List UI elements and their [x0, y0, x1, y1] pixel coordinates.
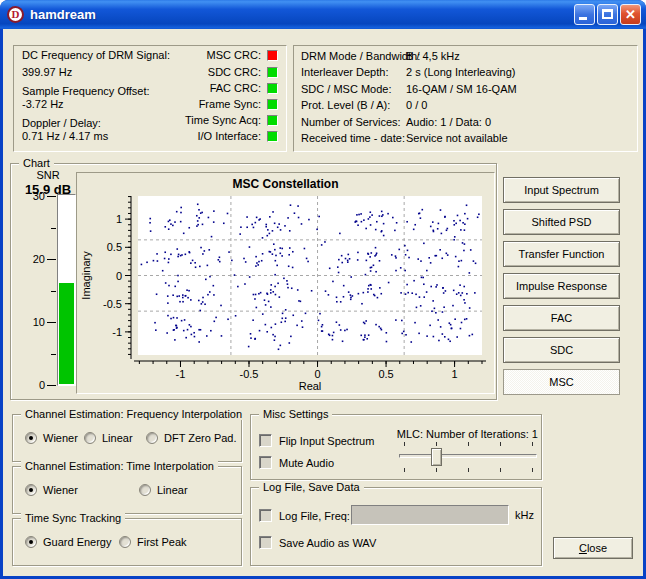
maximize-button[interactable]	[597, 4, 618, 25]
radio-icon	[25, 432, 37, 444]
doppler-delay-label: Doppler / Delay:	[22, 117, 101, 129]
save-audio-wav-checkbox[interactable]: Save Audio as WAV	[259, 536, 376, 549]
svg-text:1: 1	[116, 213, 122, 225]
minimize-button[interactable]	[574, 4, 595, 25]
checkbox-icon	[259, 434, 272, 447]
frame-sync-led	[267, 99, 278, 110]
time-interpolation-caption: Channel Estimation: Time Interpolation	[21, 460, 218, 472]
radio-first-peak[interactable]: First Peak	[119, 536, 187, 548]
misc-settings-caption: Misc Settings	[259, 408, 332, 420]
log-file-freq-checkbox[interactable]: Log File, Freq:	[259, 509, 350, 522]
drm-mode-label: DRM Mode / Bandwidth:	[301, 50, 420, 62]
svg-text:-1: -1	[112, 326, 122, 338]
window-title: hamdream	[30, 7, 572, 22]
radio-time-linear[interactable]: Linear	[139, 484, 188, 496]
radio-icon	[139, 484, 151, 496]
svg-text:0: 0	[116, 270, 122, 282]
svg-text:-0.5: -0.5	[103, 298, 122, 310]
io-interface-label: I/O Interface:	[197, 130, 261, 142]
chart-title: MSC Constellation	[77, 177, 494, 191]
svg-text:1: 1	[452, 368, 458, 380]
log-file-groupbox: Log File, Save Data Log File, Freq: kHz …	[250, 487, 542, 566]
radio-freq-dft-zero-pad[interactable]: DFT Zero Pad.	[146, 432, 237, 444]
mlc-slider-track[interactable]	[399, 454, 537, 458]
msc-crc-led	[267, 50, 278, 61]
drm-mode-panel: DRM Mode / Bandwidth: B / 4,5 kHz Interl…	[293, 45, 638, 152]
log-file-caption: Log File, Save Data	[259, 481, 364, 493]
radio-icon	[25, 536, 37, 548]
radio-freq-wiener[interactable]: Wiener	[25, 432, 78, 444]
mlc-iterations-label: MLC: Number of Iterations: 1	[368, 428, 538, 440]
fac-button[interactable]: FAC	[503, 305, 620, 331]
input-spectrum-button[interactable]: Input Spectrum	[503, 177, 620, 203]
minimize-icon	[579, 17, 587, 20]
constellation-panel: MSC Constellation -1-0.500.51-1-0.500.51…	[76, 172, 495, 394]
drm-mode-value: B / 4,5 kHz	[406, 50, 460, 62]
sample-freq-offset-value: -3.72 Hz	[22, 98, 64, 110]
misc-settings-groupbox: Misc Settings Flip Input Spectrum Mute A…	[250, 414, 542, 480]
chart-group-caption: Chart	[19, 157, 54, 169]
close-button[interactable]: Close	[553, 537, 633, 559]
mute-audio-checkbox[interactable]: Mute Audio	[259, 456, 334, 469]
num-services-value: Audio: 1 / Data: 0	[406, 116, 491, 128]
checkbox-icon	[259, 456, 272, 469]
constellation-plot: -1-0.500.51-1-0.500.51RealImaginary	[80, 193, 493, 391]
radio-time-wiener[interactable]: Wiener	[25, 484, 78, 496]
radio-icon	[146, 432, 158, 444]
svg-text:Real: Real	[299, 380, 322, 391]
prot-level-value: 0 / 0	[406, 99, 427, 111]
freq-interpolation-groupbox: Channel Estimation: Frequency Interpolat…	[12, 414, 242, 462]
maximize-icon	[602, 9, 613, 19]
msc-button[interactable]: MSC	[503, 369, 620, 395]
received-time-label: Received time - date:	[301, 132, 405, 144]
impulse-response-button[interactable]: Impulse Response	[503, 273, 620, 299]
received-time-value: Service not available	[406, 132, 508, 144]
mlc-slider[interactable]	[397, 440, 539, 474]
snr-gauge-fill	[59, 283, 74, 384]
shifted-psd-button[interactable]: Shifted PSD	[503, 209, 620, 235]
titlebar: D hamdream ✕	[0, 0, 646, 29]
io-interface-row: I/O Interface:	[197, 130, 278, 142]
close-window-button[interactable]: ✕	[620, 4, 641, 25]
khz-unit-label: kHz	[515, 509, 534, 521]
msc-crc-row: MSC CRC:	[207, 49, 278, 61]
freq-interpolation-caption: Channel Estimation: Frequency Interpolat…	[21, 408, 246, 420]
interleaver-depth-label: Interleaver Depth:	[301, 66, 388, 78]
time-sync-acq-label: Time Sync Acq:	[185, 114, 261, 126]
time-sync-acq-led	[267, 115, 278, 126]
close-icon: ✕	[621, 5, 640, 24]
sdc-crc-label: SDC CRC:	[208, 66, 261, 78]
log-freq-input[interactable]	[351, 505, 509, 525]
time-sync-acq-row: Time Sync Acq:	[185, 114, 278, 126]
time-sync-caption: Time Sync Tracking	[21, 512, 125, 524]
dream-logo-letter: D	[12, 9, 20, 20]
fac-crc-row: FAC CRC:	[210, 82, 278, 94]
sdc-crc-row: SDC CRC:	[208, 66, 278, 78]
flip-input-spectrum-checkbox[interactable]: Flip Input Spectrum	[259, 434, 374, 447]
frame-sync-row: Frame Sync:	[199, 98, 278, 110]
snr-gauge	[57, 194, 76, 386]
checkbox-icon	[259, 509, 272, 522]
checkbox-icon	[259, 536, 272, 549]
app-window: D hamdream ✕ DC Frequency of DRM Signal:…	[0, 0, 646, 579]
svg-text:-0.5: -0.5	[240, 368, 259, 380]
svg-text:0.5: 0.5	[107, 241, 122, 253]
dream-logo-icon: D	[7, 6, 24, 23]
radio-freq-linear[interactable]: Linear	[84, 432, 133, 444]
svg-text:0.5: 0.5	[378, 368, 393, 380]
radio-icon	[84, 432, 96, 444]
svg-text:0: 0	[314, 368, 320, 380]
interleaver-depth-value: 2 s (Long Interleaving)	[406, 66, 515, 78]
svg-text:-1: -1	[176, 368, 186, 380]
sdc-button[interactable]: SDC	[503, 337, 620, 363]
frame-sync-label: Frame Sync:	[199, 98, 261, 110]
time-sync-groupbox: Time Sync Tracking Guard Energy First Pe…	[12, 518, 242, 566]
radio-guard-energy[interactable]: Guard Energy	[25, 536, 111, 548]
sdc-msc-mode-label: SDC / MSC Mode:	[301, 83, 391, 95]
radio-icon	[25, 484, 37, 496]
doppler-delay-value: 0.71 Hz / 4.17 ms	[22, 130, 108, 142]
mlc-slider-thumb[interactable]	[431, 448, 442, 466]
sample-freq-offset-label: Sample Frequency Offset:	[22, 85, 150, 97]
transfer-function-button[interactable]: Transfer Function	[503, 241, 620, 267]
svg-text:Imaginary: Imaginary	[80, 251, 92, 300]
